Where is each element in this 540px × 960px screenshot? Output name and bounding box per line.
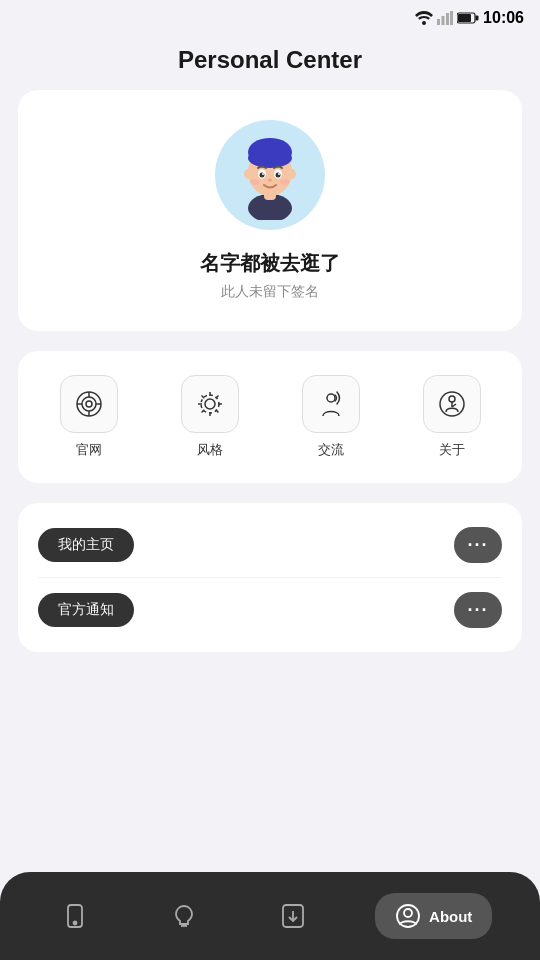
svg-point-47 <box>73 922 76 925</box>
svg-rect-6 <box>476 16 479 21</box>
svg-rect-1 <box>437 19 440 25</box>
bulb-icon <box>171 903 197 929</box>
notification-tag[interactable]: 官方通知 <box>38 593 134 627</box>
status-time: 10:06 <box>483 9 524 27</box>
action-card: 我的主页 ··· 官方通知 ··· <box>18 503 522 652</box>
svg-point-12 <box>248 148 292 168</box>
quick-item-exchange[interactable]: 交流 <box>270 375 391 459</box>
about-nav-label: About <box>429 908 472 925</box>
svg-point-41 <box>327 394 335 402</box>
spiral-icon <box>73 388 105 420</box>
clock-person-icon <box>436 388 468 420</box>
username: 名字都被去逛了 <box>200 250 340 277</box>
page-title-bar: Personal Center <box>0 36 540 90</box>
person-signal-icon <box>315 388 347 420</box>
about-label: 关于 <box>439 441 465 459</box>
quick-item-style[interactable]: 风格 <box>149 375 270 459</box>
nav-item-discover[interactable] <box>157 895 211 937</box>
avatar <box>215 120 325 230</box>
battery-icon <box>457 12 479 24</box>
user-bio: 此人未留下签名 <box>221 283 319 301</box>
status-bar: 10:06 <box>0 0 540 36</box>
phone-icon <box>62 903 88 929</box>
svg-point-19 <box>262 173 264 175</box>
sun-spin-icon <box>194 388 226 420</box>
quick-menu-card: 官网 风格 <box>18 351 522 483</box>
action-row-homepage: 我的主页 ··· <box>38 513 502 578</box>
profile-card: 名字都被去逛了 此人未留下签名 <box>18 90 522 331</box>
quick-item-about[interactable]: 关于 <box>391 375 512 459</box>
homepage-dot-btn[interactable]: ··· <box>454 527 502 563</box>
style-icon-wrap <box>181 375 239 433</box>
svg-point-53 <box>404 909 412 917</box>
nav-item-home[interactable] <box>48 895 102 937</box>
quick-item-official[interactable]: 官网 <box>28 375 149 459</box>
notification-dot-btn[interactable]: ··· <box>454 592 502 628</box>
svg-point-20 <box>278 173 280 175</box>
svg-point-17 <box>260 173 265 178</box>
svg-rect-2 <box>442 16 445 25</box>
svg-point-14 <box>288 169 296 179</box>
style-label: 风格 <box>197 441 223 459</box>
svg-point-22 <box>250 179 260 185</box>
svg-point-25 <box>82 397 96 411</box>
wifi-icon <box>415 11 433 25</box>
nav-item-about[interactable]: About <box>375 893 492 939</box>
svg-line-36 <box>201 396 204 399</box>
svg-point-21 <box>268 179 272 182</box>
svg-point-13 <box>244 169 252 179</box>
nav-item-download[interactable] <box>266 895 320 937</box>
svg-point-31 <box>205 399 215 409</box>
svg-point-26 <box>86 401 92 407</box>
svg-point-43 <box>449 396 455 402</box>
official-label: 官网 <box>76 441 102 459</box>
action-row-notification: 官方通知 ··· <box>38 578 502 642</box>
official-icon-wrap <box>60 375 118 433</box>
download-icon <box>280 903 306 929</box>
signal-icon <box>437 11 453 25</box>
exchange-icon-wrap <box>302 375 360 433</box>
svg-point-0 <box>422 21 426 25</box>
svg-point-18 <box>276 173 281 178</box>
person-circle-icon <box>395 903 421 929</box>
svg-rect-3 <box>446 13 449 25</box>
avatar-image <box>225 130 315 220</box>
about-icon-wrap <box>423 375 481 433</box>
exchange-label: 交流 <box>318 441 344 459</box>
status-icons: 10:06 <box>415 9 524 27</box>
svg-point-23 <box>280 179 290 185</box>
bottom-nav: About <box>0 872 540 960</box>
svg-rect-7 <box>458 14 471 22</box>
page-title: Personal Center <box>0 46 540 74</box>
svg-rect-4 <box>450 11 453 25</box>
homepage-tag[interactable]: 我的主页 <box>38 528 134 562</box>
